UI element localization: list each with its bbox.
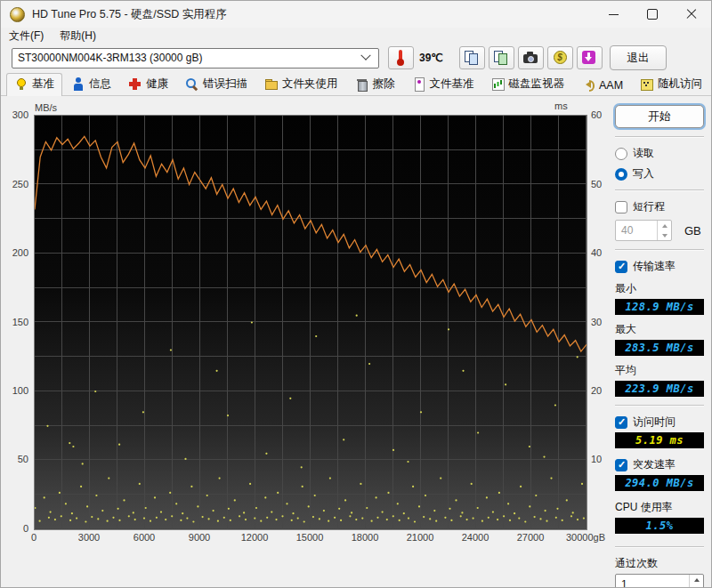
x-tick: 27000 xyxy=(517,532,545,543)
access-time-row[interactable]: 访问时间 xyxy=(615,415,704,430)
copy-text-button[interactable] xyxy=(459,46,485,69)
file-benchmark-icon xyxy=(412,77,425,91)
menu-help[interactable]: 帮助(H) xyxy=(52,28,104,44)
tab-aam[interactable]: AAM xyxy=(573,75,631,95)
divider xyxy=(615,546,704,548)
up-arrow-icon xyxy=(694,576,700,582)
pass-count-value[interactable]: 1 xyxy=(616,575,689,588)
x-tick: 6000 xyxy=(134,532,155,543)
temperature-value: 39℃ xyxy=(419,52,443,64)
minimize-button[interactable] xyxy=(594,1,633,28)
tab-benchmark[interactable]: 基准 xyxy=(6,73,62,96)
write-radio-label: 写入 xyxy=(633,166,654,181)
maximize-icon xyxy=(647,9,658,20)
disk-monitor-icon xyxy=(491,77,505,91)
transfer-rate-row[interactable]: 传输速率 xyxy=(615,259,704,274)
spinner-down-button[interactable] xyxy=(658,230,671,240)
health-icon xyxy=(128,77,142,91)
update-button[interactable] xyxy=(577,46,603,69)
start-button[interactable]: 开始 xyxy=(615,105,704,128)
transfer-rate-checkbox[interactable] xyxy=(615,261,627,273)
down-arrow-icon xyxy=(662,234,668,240)
read-radio-label: 读取 xyxy=(633,146,654,161)
short-stroke-label: 短行程 xyxy=(633,199,665,214)
divider xyxy=(615,405,704,407)
x-tick: 18000 xyxy=(352,532,379,543)
spinner-down-button[interactable] xyxy=(690,584,703,588)
benchmark-plot-svg xyxy=(35,116,587,529)
short-stroke-size-spinner[interactable]: 40 xyxy=(615,220,672,241)
y-tick: 150 xyxy=(12,317,28,327)
divider xyxy=(615,136,704,138)
access-time-dots xyxy=(35,315,585,523)
spinner-up-button[interactable] xyxy=(690,575,703,584)
download-arrow-icon xyxy=(582,51,595,64)
tab-disk-monitor[interactable]: 磁盘监视器 xyxy=(483,73,573,95)
tab-health[interactable]: 健康 xyxy=(120,73,176,95)
y-tick: 30 xyxy=(591,317,602,327)
donate-button[interactable] xyxy=(547,46,573,69)
aam-icon xyxy=(581,78,595,92)
drive-select[interactable]: ST30000NM004K-3RM133 (30000 gB) xyxy=(12,48,379,68)
burst-rate-checkbox[interactable] xyxy=(615,459,627,471)
maximize-button[interactable] xyxy=(633,1,672,28)
error-scan-icon xyxy=(185,77,198,91)
x-tick: 9000 xyxy=(189,532,210,543)
short-stroke-size-row: 40 GB xyxy=(615,220,704,241)
tab-folder-usage[interactable]: 文件夹使用 xyxy=(256,73,346,95)
y-right-axis: 60 50 40 30 20 10 xyxy=(589,115,616,528)
tab-file-benchmark[interactable]: 文件基准 xyxy=(404,73,482,95)
write-radio[interactable] xyxy=(615,168,627,181)
avg-label: 平均 xyxy=(615,363,704,378)
tab-info[interactable]: 信息 xyxy=(63,73,119,95)
short-stroke-row[interactable]: 短行程 xyxy=(615,199,704,214)
tab-error-scan[interactable]: 错误扫描 xyxy=(177,73,255,95)
y-tick: 40 xyxy=(591,247,602,258)
divider xyxy=(615,249,704,251)
min-label: 最小 xyxy=(615,281,704,296)
window-title: HD Tune Pro 5.75 - 硬盘/SSD 实用程序 xyxy=(32,7,594,22)
random-access-icon xyxy=(640,77,653,91)
x-tick: 24000 xyxy=(462,532,490,543)
menu-file[interactable]: 文件(F) xyxy=(1,28,52,44)
pass-count-spinner[interactable]: 1 xyxy=(615,574,704,588)
tab-random-access[interactable]: 随机访问 xyxy=(632,73,710,95)
access-time-checkbox[interactable] xyxy=(615,416,627,429)
y-tick: 20 xyxy=(591,385,602,396)
close-button[interactable] xyxy=(672,1,711,28)
benchmark-page: MB/s ms 300 250 200 150 100 50 0 60 50 4… xyxy=(1,96,711,588)
spinner-up-button[interactable] xyxy=(658,221,671,230)
coin-icon xyxy=(554,51,567,64)
app-window: HD Tune Pro 5.75 - 硬盘/SSD 实用程序 文件(F) 帮助(… xyxy=(0,0,712,588)
titlebar: HD Tune Pro 5.75 - 硬盘/SSD 实用程序 xyxy=(1,1,711,28)
write-radio-row[interactable]: 写入 xyxy=(615,166,704,181)
screenshot-button[interactable] xyxy=(518,46,544,69)
temperature-button[interactable] xyxy=(388,46,414,69)
transfer-rate-line xyxy=(35,136,587,351)
y-tick: 10 xyxy=(591,454,602,464)
burst-rate-row[interactable]: 突发速率 xyxy=(615,457,704,472)
x-tick: 30000gB xyxy=(566,532,605,543)
minimize-icon xyxy=(609,14,619,15)
read-radio-row[interactable]: 读取 xyxy=(615,146,704,161)
y-tick: 50 xyxy=(591,179,602,189)
y-tick: 0 xyxy=(23,523,28,534)
drive-select-value: ST30000NM004K-3RM133 (30000 gB) xyxy=(18,52,362,64)
access-time-label: 访问时间 xyxy=(633,415,676,430)
side-panel: 开始 读取 写入 短行程 40 xyxy=(615,105,704,588)
erase-icon xyxy=(355,77,368,91)
cpu-usage-label: CPU 使用率 xyxy=(615,500,704,515)
exit-button[interactable]: 退出 xyxy=(610,45,667,70)
short-stroke-checkbox[interactable] xyxy=(615,201,627,213)
avg-value-display: 223.9 MB/s xyxy=(615,381,704,397)
transfer-rate-label: 传输速率 xyxy=(633,259,676,274)
read-radio[interactable] xyxy=(615,148,627,160)
y-tick: 200 xyxy=(12,247,28,258)
divider xyxy=(615,189,704,191)
short-stroke-size-value[interactable]: 40 xyxy=(616,221,657,240)
up-arrow-icon xyxy=(662,222,668,228)
tab-erase[interactable]: 擦除 xyxy=(347,73,403,95)
y-right-axis-title: ms xyxy=(554,101,568,111)
x-tick: 21000 xyxy=(407,532,434,543)
copy-image-button[interactable] xyxy=(489,46,514,69)
